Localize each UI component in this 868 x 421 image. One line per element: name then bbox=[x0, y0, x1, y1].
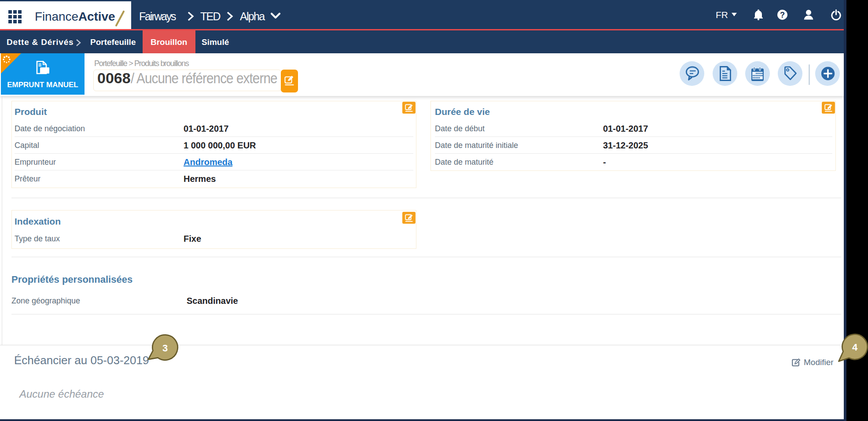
svg-text:?: ? bbox=[780, 11, 785, 19]
svg-text:4: 4 bbox=[852, 342, 858, 353]
svg-text:3: 3 bbox=[162, 343, 168, 354]
